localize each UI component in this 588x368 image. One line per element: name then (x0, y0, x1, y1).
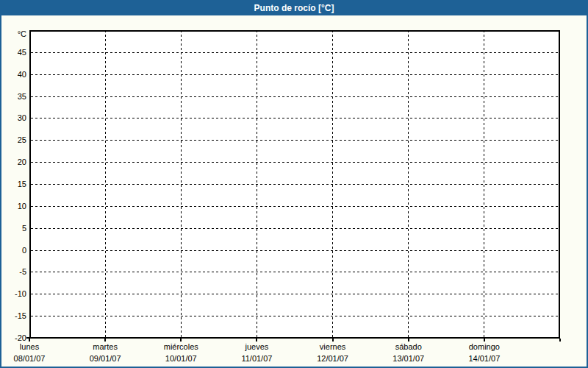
x-axis-tick (559, 339, 561, 342)
x-axis-day-label: jueves11/01/07 (219, 342, 295, 364)
y-axis-label: -15 (1, 311, 26, 321)
y-axis-label: 10 (1, 201, 26, 211)
x-axis-date: 08/01/07 (0, 353, 68, 364)
h-gridline (31, 162, 559, 163)
h-gridline (31, 206, 559, 207)
x-axis-day-name: viernes (295, 342, 370, 353)
x-axis-day-label: martes09/01/07 (68, 342, 143, 364)
y-axis-label: -5 (1, 266, 26, 277)
x-axis-day-name: lunes (0, 342, 68, 353)
x-axis-day-name: domingo (446, 342, 522, 353)
v-gridline (257, 32, 257, 337)
x-axis-day-label: miércoles10/01/07 (143, 342, 219, 364)
h-gridline (31, 294, 559, 294)
y-axis-label: 35 (1, 91, 26, 102)
h-gridline (31, 96, 559, 97)
x-axis-date: 09/01/07 (68, 353, 143, 364)
v-gridline (332, 32, 333, 337)
x-axis-date: 10/01/07 (143, 353, 219, 364)
y-axis-label: 0 (1, 245, 26, 255)
x-axis-day-name: martes (68, 342, 143, 353)
v-gridline (105, 32, 106, 337)
h-gridline (31, 272, 559, 272)
v-gridline (408, 32, 409, 337)
x-axis-day-label: lunes08/01/07 (0, 342, 68, 364)
y-axis-unit-label: °C (1, 29, 26, 39)
x-axis-date: 11/01/07 (219, 353, 295, 364)
h-gridline (31, 118, 559, 118)
x-axis-day-label: domingo14/01/07 (446, 342, 522, 364)
h-gridline (31, 250, 559, 251)
h-gridline (31, 140, 559, 141)
x-axis-day-label: sábado13/01/07 (370, 342, 446, 364)
x-axis-day-name: jueves (219, 342, 295, 353)
x-axis-day-name: sábado (370, 342, 446, 353)
v-gridline (181, 32, 182, 337)
v-gridline (484, 32, 484, 337)
y-axis-label: 5 (1, 223, 26, 233)
x-axis-date: 12/01/07 (295, 353, 370, 364)
y-axis-label: 40 (1, 69, 26, 79)
h-gridline (31, 184, 559, 185)
x-axis-date: 14/01/07 (446, 353, 522, 364)
h-gridline (31, 316, 559, 316)
chart-title: Punto de rocío [°C] (254, 3, 334, 13)
chart-window: Punto de rocío [°C] °C 45403530252015105… (0, 0, 588, 368)
h-gridline (31, 52, 559, 53)
y-axis-label: 30 (1, 113, 26, 123)
y-axis-label: 45 (1, 47, 26, 57)
title-bar: Punto de rocío [°C] (1, 1, 587, 15)
x-axis-day-label: viernes12/01/07 (295, 342, 370, 364)
h-gridline (31, 228, 559, 229)
x-axis-date: 13/01/07 (370, 353, 446, 364)
h-gridline (31, 74, 559, 75)
y-axis-label: -10 (1, 289, 26, 299)
y-axis-label: 25 (1, 135, 26, 145)
y-axis-label: 15 (1, 179, 26, 189)
y-axis-label: 20 (1, 157, 26, 167)
x-axis-day-name: miércoles (143, 342, 219, 353)
